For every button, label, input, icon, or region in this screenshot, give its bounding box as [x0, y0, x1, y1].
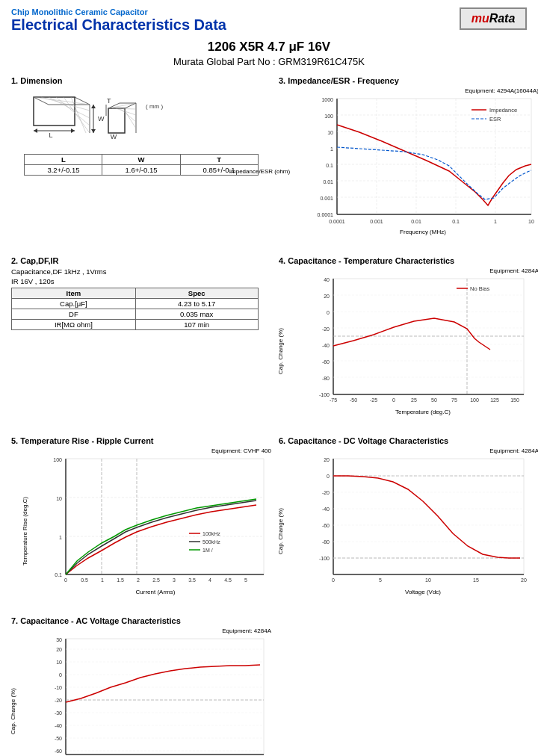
svg-text:No Bias: No Bias [470, 285, 490, 292]
svg-text:W: W [111, 133, 117, 140]
svg-text:-60: -60 [55, 749, 62, 754]
section-dimension: 1. Dimension [11, 73, 271, 250]
svg-text:20: 20 [521, 577, 527, 583]
cap-row3-spec: 107 min [135, 320, 258, 330]
svg-marker-12 [34, 128, 37, 133]
svg-marker-13 [71, 128, 75, 133]
svg-text:-30: -30 [55, 710, 62, 716]
ac-voltage-y-label: Cap. Change (%) [10, 688, 16, 734]
section-dc-voltage: 6. Capacitance - DC Voltage Characterist… [279, 433, 538, 610]
section4-equipment: Equipment: 4284A [279, 267, 538, 274]
svg-text:1: 1 [330, 146, 333, 152]
svg-text:100: 100 [470, 397, 479, 403]
svg-text:5: 5 [244, 577, 247, 583]
section6-title: 6. Capacitance - DC Voltage Characterist… [279, 436, 538, 445]
svg-text:40: 40 [324, 277, 330, 282]
svg-text:25: 25 [411, 397, 417, 403]
svg-text:-100: -100 [319, 392, 330, 397]
svg-text:30: 30 [56, 637, 62, 642]
svg-text:0.01: 0.01 [411, 219, 421, 224]
section4-title: 4. Capacitance - Temperature Characteris… [279, 256, 538, 265]
cap-row2-spec: 0.035 max [135, 309, 258, 320]
svg-text:0: 0 [327, 474, 330, 479]
svg-text:20: 20 [324, 294, 330, 299]
svg-text:150: 150 [510, 397, 519, 403]
cap-row1-spec: 4.23 to 5.17 [135, 299, 258, 309]
svg-marker-16 [91, 105, 96, 108]
section-impedance: 3. Impedance/ESR - Frequency Equipment: … [279, 73, 538, 250]
content-grid: 1. Dimension [11, 73, 527, 756]
dc-voltage-chart-wrapper: Cap. Change (%) 20 0 -20 - [279, 455, 538, 607]
svg-line-26 [108, 103, 136, 108]
part-subtitle: Murata Global Part No : GRM319R61C475K [11, 56, 527, 67]
svg-text:0: 0 [64, 577, 67, 583]
cap-temp-x-label: Temperature (deg.C) [307, 409, 538, 415]
svg-text:-25: -25 [370, 397, 377, 403]
svg-marker-17 [91, 129, 96, 133]
svg-text:0: 0 [332, 577, 335, 583]
dim-header-t: T [180, 155, 258, 165]
section2-title: 2. Cap,DF,IR [11, 256, 271, 265]
svg-text:0: 0 [392, 397, 395, 403]
part-title: 1206 X5R 4.7 μF 16V [11, 40, 527, 55]
svg-line-29 [120, 108, 136, 122]
svg-text:-80: -80 [322, 539, 330, 545]
svg-text:0.5: 0.5 [81, 577, 88, 583]
temp-rise-svg: 100 10 1 0.1 0 0.5 1 1.5 2 2.5 3 3.5 4 4… [40, 455, 271, 586]
svg-text:-50: -50 [55, 736, 62, 741]
section7-equipment: Equipment: 4284A [11, 628, 271, 634]
svg-text:-40: -40 [322, 506, 330, 512]
svg-text:3: 3 [173, 577, 176, 583]
svg-text:-20: -20 [322, 326, 330, 332]
ac-voltage-chart-wrapper: Cap. Change (%) 30 20 10 0 [11, 635, 271, 756]
svg-text:0.0001: 0.0001 [318, 212, 334, 217]
svg-line-23 [125, 103, 136, 108]
svg-text:20: 20 [56, 647, 62, 652]
cap-row2-item: DF [12, 309, 136, 320]
cap-temp-chart-wrapper: Cap. Change (%) 40 20 0 -2 [279, 275, 538, 427]
svg-text:4: 4 [208, 577, 211, 583]
section1-title: 1. Dimension [11, 76, 271, 85]
svg-text:-40: -40 [322, 343, 330, 348]
svg-text:-60: -60 [322, 523, 330, 528]
svg-rect-0 [34, 97, 75, 126]
svg-text:1.5: 1.5 [117, 577, 124, 583]
svg-text:1: 1 [494, 219, 497, 224]
section7-title: 7. Capacitance - AC Voltage Characterist… [11, 616, 271, 625]
svg-text:0.1: 0.1 [55, 572, 62, 577]
impedance-chart-svg: 1000 100 10 1 0.1 0.01 0.001 0.0001 0.00… [307, 95, 538, 226]
svg-text:0.001: 0.001 [370, 219, 383, 224]
section3-title: 3. Impedance/ESR - Frequency [279, 76, 538, 85]
section-temp-rise: 5. Temperature Rise - Ripple Current Equ… [11, 433, 271, 610]
svg-text:-100: -100 [319, 556, 330, 561]
dimension-table: L W T 3.2+/-0.15 1.6+/-0.15 0.85+/-0.1 [24, 154, 258, 176]
svg-text:100: 100 [53, 457, 62, 462]
svg-text:3.5: 3.5 [188, 577, 196, 583]
section5-equipment: Equipment: CVHF 400 [11, 447, 271, 454]
svg-text:100: 100 [324, 114, 333, 119]
ac-voltage-svg: 30 20 10 0 -10 -20 -30 -40 -50 -60 0 0.5… [40, 635, 271, 756]
svg-text:10: 10 [528, 219, 534, 224]
header: Chip Monolithic Ceramic Capacitor Electr… [11, 7, 527, 37]
svg-text:L: L [49, 131, 52, 139]
section3-equipment: Equipment: 4294A(16044A) [279, 87, 538, 94]
chip-title: Chip Monolithic Ceramic Capacitor [11, 7, 226, 16]
ir-line: IR 16V , 120s [11, 277, 271, 285]
elec-title: Electrical Characteristics Data [11, 16, 226, 34]
dim-val-w: 1.6+/-0.15 [102, 165, 180, 176]
svg-text:-75: -75 [330, 397, 337, 403]
svg-text:-20: -20 [322, 490, 330, 495]
logo-mu: mu [471, 12, 489, 25]
temp-rise-chart-wrapper: Temperature Rise (deg.C) 100 10 1 0.1 0 … [11, 455, 271, 607]
svg-text:500kHz: 500kHz [202, 539, 220, 545]
svg-text:2.5: 2.5 [152, 577, 160, 583]
svg-text:-60: -60 [322, 359, 330, 365]
dim-diagram: L W T [26, 90, 161, 151]
cap-table: Item Spec Cap.[μF] 4.23 to 5.17 DF 0.035… [11, 288, 259, 330]
dim-header-w: W [102, 155, 180, 165]
section-cap: 2. Cap,DF,IR Capacitance,DF 1kHz , 1Vrms… [11, 253, 271, 430]
header-left: Chip Monolithic Ceramic Capacitor Electr… [11, 7, 226, 37]
murata-logo: muRata [460, 7, 527, 30]
svg-text:-10: -10 [55, 685, 62, 690]
cap-row3-item: IR[MΩ ohm] [12, 320, 136, 330]
